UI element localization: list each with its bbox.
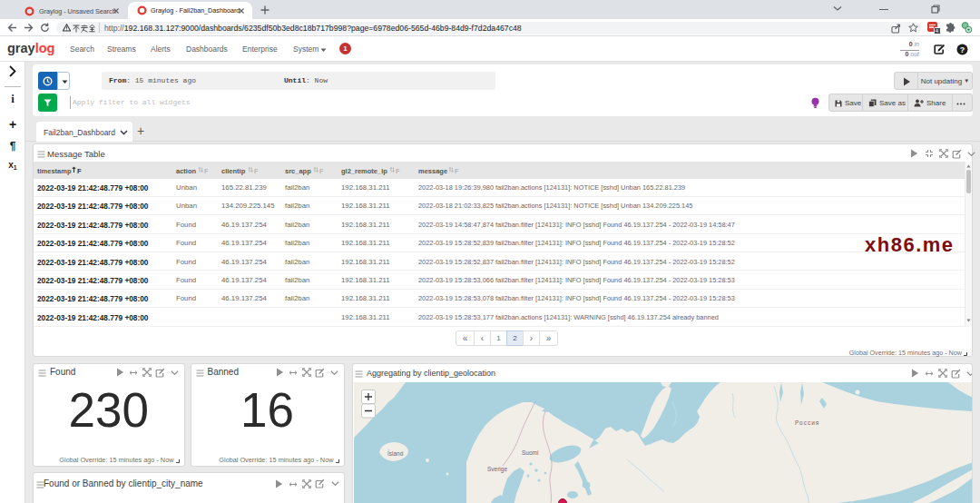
svg-text:Suomi: Suomi — [522, 449, 538, 456]
svg-text:F: F — [319, 168, 324, 174]
svg-text:F: F — [455, 168, 459, 174]
svg-text:F: F — [254, 168, 259, 174]
svg-text:F: F — [77, 167, 82, 174]
svg-text:Россия: Россия — [795, 419, 819, 426]
svg-text:Ísland: Ísland — [387, 449, 404, 457]
svg-text:?: ? — [960, 45, 965, 54]
svg-text:Sverige: Sverige — [487, 466, 507, 473]
svg-text:F: F — [396, 168, 400, 174]
svg-text:F: F — [204, 168, 209, 174]
